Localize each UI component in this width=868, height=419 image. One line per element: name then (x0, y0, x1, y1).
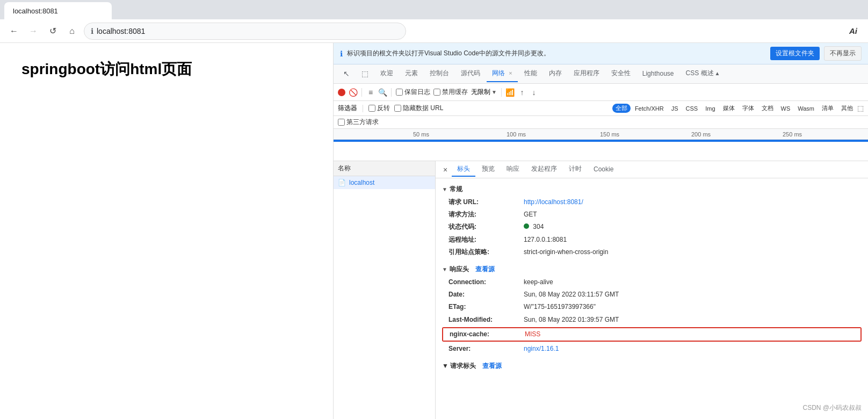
detail-tab-response[interactable]: 响应 (501, 162, 525, 177)
tab-network-close[interactable]: × (509, 70, 512, 76)
tab-lighthouse[interactable]: Lighthouse (637, 67, 679, 82)
date-value: Sun, 08 May 2022 03:11:57 GMT (524, 290, 619, 300)
tab-welcome[interactable]: 欢迎 (375, 66, 399, 82)
network-conditions-icon[interactable]: 📶 (506, 88, 515, 97)
set-root-folder-button[interactable]: 设置根文件夹 (770, 47, 820, 60)
export-icon[interactable]: ↓ (530, 88, 538, 97)
filter-fetch-xhr[interactable]: Fetch/XHR (632, 105, 667, 112)
address-bar[interactable]: ℹ localhost:8081 (84, 23, 406, 40)
tab-css-overview[interactable]: CSS 概述 ▲ (681, 66, 726, 82)
general-section-header[interactable]: ▼ 常规 (442, 183, 862, 196)
filter-other[interactable]: 其他 (838, 104, 856, 113)
timeline-progress-bar (334, 140, 868, 142)
third-party-checkbox[interactable]: 第三方请求 (338, 118, 379, 127)
tab-sources[interactable]: 源代码 (455, 66, 486, 82)
divider-2 (391, 88, 392, 97)
reload-button[interactable]: ↺ (45, 24, 60, 39)
file-list-item-localhost[interactable]: 📄 localhost (334, 176, 435, 189)
tab-performance[interactable]: 性能 (519, 66, 542, 82)
response-section-title: 响应头 (450, 265, 469, 274)
search-button[interactable]: 🔍 (378, 88, 387, 97)
tab-memory[interactable]: 内存 (544, 66, 567, 82)
dont-show-button[interactable]: 不再显示 (824, 46, 862, 61)
filter-js[interactable]: JS (668, 105, 682, 112)
filter-all[interactable]: 全部 (612, 104, 631, 113)
ai-badge: Ai (845, 25, 862, 37)
import-icon[interactable]: ↑ (518, 88, 526, 97)
status-circle (524, 223, 529, 229)
info-bar-text: 标识项目的根文件夹以打开Visual Studio Code中的源文件并同步更改… (347, 49, 766, 58)
filter-manifest[interactable]: 清单 (819, 104, 837, 113)
response-arrow: ▼ (442, 266, 447, 272)
filter-bar: 筛选器 反转 隐藏数据 URL 全部 Fetch/XHR JS CSS Img … (334, 101, 868, 116)
tick-250ms: 250 ms (783, 131, 802, 138)
referrer-value: strict-origin-when-cross-origin (524, 247, 608, 257)
preserve-log-checkbox[interactable]: 保留日志 (396, 88, 430, 97)
request-headers-header[interactable]: ▼ 请求标头 查看源 (442, 359, 862, 373)
filter-font[interactable]: 字体 (739, 104, 757, 113)
status-code-row: 状态代码: 304 (442, 221, 862, 233)
view-source-link[interactable]: 查看源 (475, 265, 495, 274)
disable-cache-checkbox[interactable]: 禁用缓存 (433, 88, 468, 97)
clear-button[interactable]: 🚫 (349, 88, 357, 97)
detail-tab-timing[interactable]: 计时 (563, 162, 587, 177)
tick-150ms: 150 ms (600, 131, 619, 138)
info-bar-icon: ℹ (340, 49, 343, 58)
tab-bar: localhost:8081 (0, 0, 868, 19)
request-url-row: 请求 URL: http://localhost:8081/ (442, 196, 862, 208)
back-button[interactable]: ← (6, 24, 21, 39)
file-icon: 📄 (338, 179, 346, 186)
filter-doc[interactable]: 文档 (758, 104, 777, 113)
etag-label: ETag: (449, 302, 524, 312)
filter-img[interactable]: Img (702, 105, 718, 112)
referrer-row: 引用站点策略: strict-origin-when-cross-origin (442, 246, 862, 258)
connection-value: keep-alive (524, 277, 553, 287)
filter-button[interactable]: ≡ (366, 88, 375, 97)
home-button[interactable]: ⌂ (64, 24, 79, 39)
tick-100ms: 100 ms (507, 131, 526, 138)
tab-console[interactable]: 控制台 (424, 66, 454, 82)
hide-data-url-checkbox[interactable]: 隐藏数据 URL (394, 104, 443, 113)
forward-button[interactable]: → (26, 24, 41, 39)
detail-tab-initiator[interactable]: 发起程序 (526, 162, 562, 177)
tab-icon-inspect[interactable]: ⬚ (356, 66, 374, 82)
tab-icon-pointer[interactable]: ↖ (338, 66, 355, 82)
more-filters-icon[interactable]: ⬚ (857, 104, 864, 112)
referrer-label: 引用站点策略: (449, 247, 524, 257)
detail-tab-headers[interactable]: 标头 (452, 162, 475, 177)
status-code-label: 状态代码: (449, 222, 524, 232)
file-list-header: 名称 (334, 161, 435, 176)
tab-security[interactable]: 安全性 (606, 66, 636, 82)
filter-label: 筛选器 (338, 104, 357, 113)
third-party-bar: 第三方请求 (334, 116, 868, 129)
filter-ws[interactable]: WS (778, 105, 794, 112)
throttle-select[interactable]: 无限制 ▼ (471, 88, 497, 97)
tab-application[interactable]: 应用程序 (568, 66, 605, 82)
split-panel: 名称 📄 localhost × 标头 预览 响应 发起程序 计时 (334, 161, 868, 419)
detail-close-button[interactable]: × (440, 164, 451, 175)
tab-elements[interactable]: 元素 (400, 66, 423, 82)
reverse-checkbox[interactable]: 反转 (368, 104, 390, 113)
tab-network[interactable]: 网络 × (487, 66, 518, 82)
filter-media[interactable]: 媒体 (720, 104, 738, 113)
filter-divider (363, 105, 363, 112)
date-label: Date: (449, 290, 524, 300)
nginx-cache-row: nginx-cache: MISS (443, 328, 860, 341)
page-area: springboot访问html页面 (0, 43, 333, 419)
last-modified-row: Last-Modified: Sun, 08 May 2022 01:39:57… (442, 314, 862, 326)
record-button[interactable] (338, 89, 345, 96)
detail-tab-cookies[interactable]: Cookie (588, 163, 619, 176)
request-method-label: 请求方法: (449, 210, 524, 220)
watermark: CSDN @小码农叔叔 (802, 403, 862, 413)
server-label: Server: (449, 344, 524, 354)
filter-css[interactable]: CSS (683, 105, 701, 112)
detail-tab-preview[interactable]: 预览 (476, 162, 500, 177)
general-arrow: ▼ (442, 186, 447, 192)
request-headers-source[interactable]: 查看源 (482, 362, 502, 371)
remote-addr-label: 远程地址: (449, 235, 524, 245)
main-content: springboot访问html页面 ℹ 标识项目的根文件夹以打开Visual … (0, 43, 868, 419)
filter-wasm[interactable]: Wasm (794, 105, 818, 112)
response-section-header[interactable]: ▼ 响应头 查看源 (442, 263, 862, 276)
request-url-value: http://localhost:8081/ (524, 197, 583, 207)
active-tab[interactable]: localhost:8081 (4, 2, 112, 19)
